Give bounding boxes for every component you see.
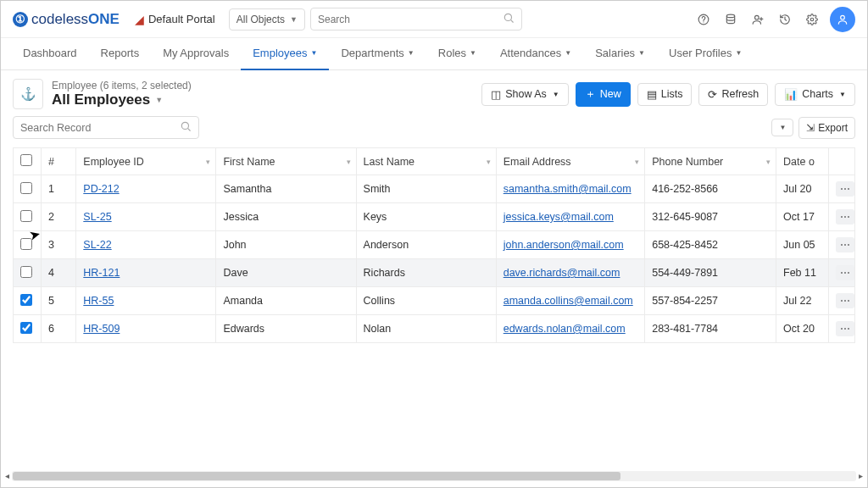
row-checkbox[interactable] [20,294,32,306]
show-as-button[interactable]: ◫ Show As ▼ [481,83,569,106]
nav-salaries[interactable]: Salaries▼ [583,38,657,70]
table-row[interactable]: 5HR-55AmandaCollinsamanda.collins@email.… [14,287,855,315]
nav-label: Salaries [595,47,635,59]
last-name: Nolan [356,315,496,343]
user-add-icon[interactable] [747,8,769,30]
lists-button[interactable]: ▤ Lists [637,83,693,106]
nav-dashboard[interactable]: Dashboard [11,38,89,70]
email-link[interactable]: john.anderson@mail.com [504,239,624,251]
table-row[interactable]: 6HR-509EdwardsNolanedwards.nolan@mail.co… [14,315,855,343]
refresh-button[interactable]: ⟳ Refresh [698,83,768,106]
chevron-down-icon: ▼ [311,49,318,57]
record-search-input[interactable] [20,122,180,134]
filter-icon[interactable]: ▾ [635,158,639,166]
scroll-right-icon[interactable]: ▸ [859,471,863,481]
nav-user-profiles[interactable]: User Profiles▼ [657,38,754,70]
page-title[interactable]: All Employees ▼ [52,92,192,108]
row-checkbox[interactable] [20,322,32,334]
select-all-checkbox[interactable] [20,154,32,166]
table-row[interactable]: 3SL-22JohnAndersonjohn.anderson@mail.com… [14,231,855,259]
svg-point-5 [755,15,760,19]
app-logo[interactable]: ① codelessONE [13,11,120,28]
table-row[interactable]: 1PD-212SamanthaSmithsamantha.smith@mail.… [14,175,855,203]
date: Feb 11 [776,259,829,287]
col-header[interactable]: Email Address▾ [496,148,644,175]
email-link[interactable]: jessica.keys@mail.com [504,211,614,223]
nav-label: User Profiles [669,47,732,59]
employee-id-link[interactable]: HR-509 [83,323,120,335]
employee-id-link[interactable]: SL-22 [83,239,111,251]
refresh-label: Refresh [721,88,759,100]
email-link[interactable]: samantha.smith@mail.com [504,183,632,195]
col-header[interactable]: Phone Number▾ [645,148,776,175]
view-options-button[interactable]: ▼ [771,119,793,136]
record-search[interactable] [13,116,199,139]
new-button[interactable]: ＋ New [576,82,631,107]
col-header[interactable]: Last Name▾ [356,148,496,175]
export-button[interactable]: ⇲ Export [798,117,855,139]
row-actions-button[interactable]: ⋯ [836,237,854,252]
filter-icon[interactable]: ▾ [347,158,351,166]
breadcrumb: Employee (6 items, 2 selected) [52,80,192,92]
email-link[interactable]: amanda.collins@email.com [504,295,633,307]
filter-icon[interactable]: ▾ [206,158,210,166]
nav-reports[interactable]: Reports [89,38,152,70]
nav-departments[interactable]: Departments▼ [329,38,426,70]
filter-icon[interactable]: ▾ [766,158,771,166]
export-label: Export [818,122,848,134]
row-actions-button[interactable]: ⋯ [836,293,854,308]
database-icon[interactable] [720,8,742,30]
employee-id-link[interactable]: HR-121 [83,267,120,279]
nav-label: Employees [253,47,307,59]
last-name: Anderson [356,231,496,259]
last-name: Richards [356,259,496,287]
col-header[interactable]: # [42,148,76,175]
row-checkbox[interactable] [20,238,32,250]
row-actions-button[interactable]: ⋯ [836,181,854,197]
nav-my-approvals[interactable]: My Approvals [151,38,241,70]
phone: 557-854-2257 [645,287,776,315]
date: Jun 05 [776,231,829,259]
portal-selector[interactable]: ◢ Default Portal [135,13,215,26]
nav-attendances[interactable]: Attendances▼ [488,38,583,70]
global-search-input[interactable] [318,14,503,25]
object-selector[interactable]: All Objects ▼ [229,8,305,30]
charts-button[interactable]: 📊 Charts ▼ [775,83,855,106]
help-icon[interactable] [693,8,715,30]
nav-employees[interactable]: Employees▼ [241,38,329,70]
scroll-left-icon[interactable]: ◂ [5,471,9,481]
svg-point-8 [810,18,814,21]
anchor-icon[interactable]: ⚓ [13,79,43,109]
table-row[interactable]: 4HR-121DaveRichardsdave.richards@mail.co… [14,259,855,287]
user-avatar[interactable] [830,7,855,32]
employee-id-link[interactable]: PD-212 [83,183,119,195]
date: Oct 20 [776,315,829,343]
page-header: ⚓ Employee (6 items, 2 selected) All Emp… [13,79,855,109]
first-name: Dave [216,259,356,287]
row-actions-button[interactable]: ⋯ [836,321,854,336]
col-header[interactable]: Date o [776,148,829,175]
scrollbar-thumb[interactable] [13,472,620,480]
email-link[interactable]: edwards.nolan@mail.com [504,323,626,335]
row-checkbox[interactable] [20,210,32,222]
filter-icon[interactable]: ▾ [487,158,491,166]
employee-id-link[interactable]: SL-25 [83,211,111,223]
row-actions-button[interactable]: ⋯ [836,265,854,280]
col-label: Date o [783,156,815,168]
row-actions-button[interactable]: ⋯ [836,209,854,225]
horizontal-scrollbar[interactable]: ◂ ▸ [12,471,856,481]
row-checkbox[interactable] [20,266,32,278]
global-search[interactable] [310,8,522,30]
row-checkbox[interactable] [20,182,32,194]
table-row[interactable]: 2SL-25JessicaKeysjessica.keys@mail.com31… [14,203,855,231]
col-header[interactable]: First Name▾ [216,148,356,175]
col-header[interactable]: Employee ID▾ [76,148,216,175]
nav-label: Attendances [500,47,561,59]
email-link[interactable]: dave.richards@mail.com [504,267,620,279]
first-name: Jessica [216,203,356,231]
gear-icon[interactable] [801,8,823,30]
col-select-all[interactable] [14,148,42,175]
history-icon[interactable] [774,8,796,30]
employee-id-link[interactable]: HR-55 [83,295,114,307]
nav-roles[interactable]: Roles▼ [426,38,488,70]
